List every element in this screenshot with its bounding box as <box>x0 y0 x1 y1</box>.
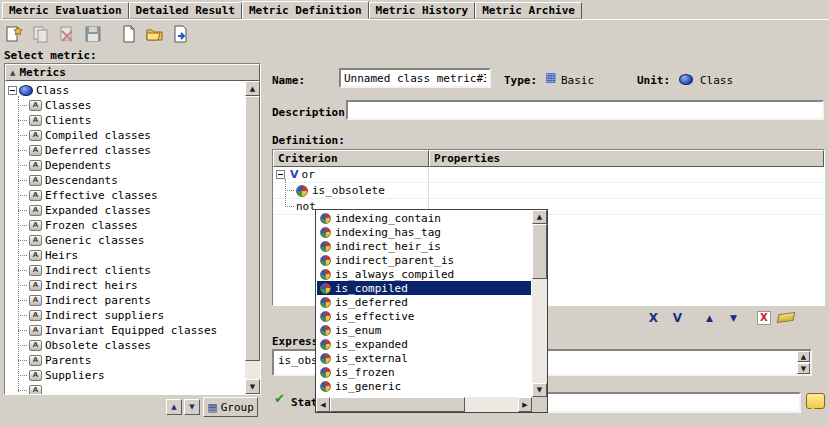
collapse-icon[interactable] <box>8 86 17 95</box>
tree-item-label: Descendants <box>45 174 118 187</box>
move-down-button[interactable]: ▼ <box>725 309 742 326</box>
tree-item[interactable]: Deferred classes <box>5 143 245 158</box>
dropdown-vertical-scrollbar[interactable] <box>532 210 547 397</box>
name-input[interactable] <box>339 68 491 88</box>
criterion-option[interactable]: is_frozen <box>317 365 531 379</box>
group-toggle-button[interactable]: Group <box>203 397 258 417</box>
criterion-option[interactable]: is_compiled <box>317 281 531 295</box>
tab[interactable]: Metric History <box>369 2 476 19</box>
or-operator-button[interactable]: V <box>669 309 686 326</box>
properties-column-header[interactable]: Properties <box>429 150 824 167</box>
expression-scrollbar[interactable] <box>797 351 810 374</box>
criterion-option-label: is_effective <box>335 310 414 323</box>
tab[interactable]: Metric Archive <box>475 2 582 19</box>
tree-item[interactable]: Invariant Equipped classes <box>5 323 245 338</box>
tree-item-label: Parents <box>45 354 91 367</box>
metric-tree-panel: ▲ Metrics Class Classes <box>4 63 261 395</box>
scroll-up-icon[interactable] <box>797 351 810 362</box>
scrollbar-thumb[interactable] <box>330 397 465 412</box>
tab[interactable]: Detailed Result <box>129 2 242 19</box>
metric-icon <box>29 370 42 381</box>
basic-type-icon <box>545 70 556 84</box>
scrollbar-thumb[interactable] <box>245 96 260 361</box>
tab[interactable]: Metric Definition <box>242 1 369 19</box>
delete-metric-button[interactable] <box>55 22 79 46</box>
save-metric-button[interactable] <box>81 22 105 46</box>
criterion-icon <box>320 325 331 336</box>
scroll-down-icon[interactable] <box>532 383 547 397</box>
scroll-down-icon[interactable] <box>797 363 810 374</box>
criterion-option[interactable]: is_enum <box>317 323 531 337</box>
tree-item-label: Dependents <box>45 159 111 172</box>
tree-scrollbar[interactable] <box>245 81 260 394</box>
import-metric-button[interactable] <box>117 22 141 46</box>
tree-item[interactable]: Indirect clients <box>5 263 245 278</box>
tree-item[interactable]: Indirect heirs <box>5 278 245 293</box>
eraser-button[interactable] <box>777 312 796 323</box>
tree-column-header[interactable]: ▲ Metrics <box>5 64 260 81</box>
tree-item[interactable]: Frozen classes <box>5 218 245 233</box>
tree-item[interactable]: Clients <box>5 113 245 128</box>
import-metric-icon <box>119 24 139 44</box>
description-input[interactable] <box>346 100 824 120</box>
tree-branch-icon <box>285 206 294 207</box>
collapse-icon[interactable] <box>276 170 285 179</box>
criterion-option[interactable]: is_effective <box>317 309 531 323</box>
scroll-left-icon[interactable] <box>316 397 330 412</box>
scroll-down-icon[interactable] <box>245 379 260 394</box>
comment-icon[interactable] <box>806 393 825 409</box>
criterion-option[interactable]: indirect_parent_is <box>317 253 531 267</box>
delete-criterion-button[interactable] <box>757 311 771 325</box>
tree-item[interactable]: Indirect parents <box>5 293 245 308</box>
tree-item[interactable]: Classes <box>5 98 245 113</box>
tree-item[interactable]: Compiled classes <box>5 128 245 143</box>
tree-item-label: Expanded classes <box>45 204 151 217</box>
scroll-up-icon[interactable] <box>245 81 260 96</box>
dropdown-horizontal-scrollbar[interactable] <box>316 397 532 412</box>
criterion-column-header[interactable]: Criterion <box>273 150 429 167</box>
open-metric-button[interactable] <box>143 22 167 46</box>
scroll-right-icon[interactable] <box>518 397 532 412</box>
criterion-option[interactable]: is_expanded <box>317 337 531 351</box>
criterion-option[interactable]: indirect_heir_is <box>317 239 531 253</box>
tree-branch-icon <box>285 190 294 191</box>
tree-item[interactable]: Generic classes <box>5 233 245 248</box>
tree-item[interactable]: Parents <box>5 353 245 368</box>
tree-item-label: Suppliers <box>45 369 105 382</box>
tree-item-class-root[interactable]: Class <box>5 83 245 98</box>
tree-item[interactable]: Expanded classes <box>5 203 245 218</box>
criterion-option[interactable]: indexing_contain <box>317 211 531 225</box>
tree-item[interactable]: Obsolete classes <box>5 338 245 353</box>
criterion-option[interactable]: is_deferred <box>317 295 531 309</box>
toolbar <box>3 22 193 46</box>
criterion-option[interactable]: is_external <box>317 351 531 365</box>
tree-item[interactable]: Dependents <box>5 158 245 173</box>
export-metric-button[interactable] <box>169 22 193 46</box>
criterion-option[interactable]: is_generic <box>317 379 531 393</box>
tree-item[interactable] <box>5 383 245 394</box>
move-metric-down-button[interactable]: ▼ <box>184 399 200 415</box>
tab[interactable]: Metric Evaluation <box>2 2 129 19</box>
criterion-row-or[interactable]: V or <box>273 167 824 183</box>
scrollbar-thumb[interactable] <box>532 224 547 279</box>
criterion-row-is-obsolete[interactable]: is_obsolete <box>273 183 824 199</box>
criterion-option-label: indirect_heir_is <box>335 240 441 253</box>
tree-item[interactable]: Indirect suppliers <box>5 308 245 323</box>
tree-item[interactable]: Descendants <box>5 173 245 188</box>
move-metric-up-button[interactable]: ▲ <box>166 399 182 415</box>
tree-item[interactable]: Suppliers <box>5 368 245 383</box>
metric-icon <box>29 340 42 351</box>
move-up-button[interactable]: ▲ <box>701 309 718 326</box>
criterion-option[interactable]: indexing_has_tag <box>317 225 531 239</box>
tree-item[interactable]: Effective classes <box>5 188 245 203</box>
tree-branch-icon <box>18 255 27 256</box>
copy-metric-button[interactable] <box>29 22 53 46</box>
scroll-up-icon[interactable] <box>532 210 547 224</box>
new-metric-button[interactable] <box>3 22 27 46</box>
and-operator-button[interactable]: X <box>645 309 662 326</box>
metric-icon <box>29 160 42 171</box>
criterion-option[interactable]: is_always_compiled <box>317 267 531 281</box>
scrollbar-corner <box>532 397 547 412</box>
tree-item[interactable]: Heirs <box>5 248 245 263</box>
tree-item-label: Deferred classes <box>45 144 151 157</box>
